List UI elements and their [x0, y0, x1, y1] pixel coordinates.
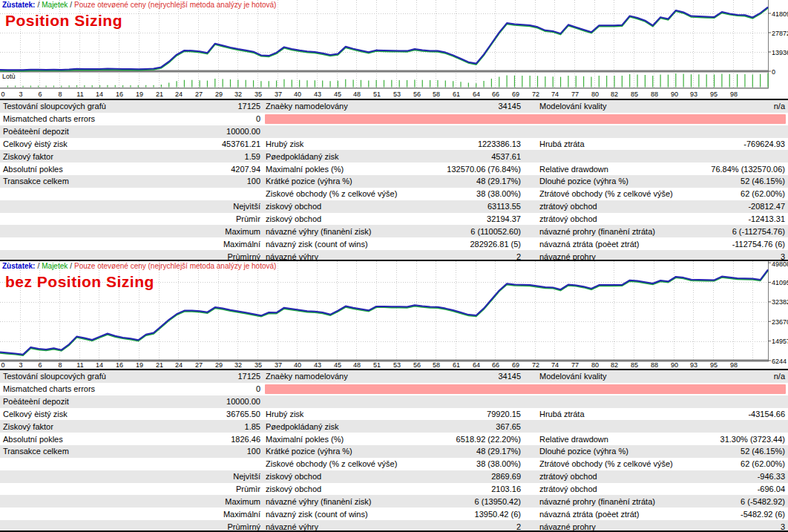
svg-text:16: 16 — [116, 91, 123, 98]
stat-value: 31.30% (3723.44) — [710, 435, 788, 444]
stat-label: Hrubý zisk — [260, 410, 436, 418]
svg-text:32: 32 — [234, 91, 242, 98]
svg-text:74: 74 — [551, 91, 559, 98]
svg-text:16: 16 — [116, 361, 123, 369]
lots-axis-label: Lotù — [2, 73, 16, 80]
svg-text:8: 8 — [58, 91, 62, 98]
section-title: bez Position Sizing — [5, 273, 154, 291]
stat-label: návazná ztráta (poèet ztrát) — [521, 240, 710, 249]
stat-value: 62 (62.00%) — [710, 189, 788, 198]
legend-model-note: Pouze otevøené ceny (nejrychlejší metoda… — [74, 262, 276, 270]
stat-label: Ziskové obchody (% z celkové výše) — [260, 459, 436, 468]
stat-label: návazné prohry — [521, 252, 710, 261]
table-row: Maximálnínávazný zisk (count of wins)282… — [0, 237, 788, 250]
stat-label: ziskový obchod — [260, 485, 436, 493]
svg-text:40: 40 — [294, 361, 301, 369]
stat-value: 6518.92 (22.20%) — [436, 435, 521, 444]
legend-separator-icon: / — [68, 1, 74, 9]
table-row: Transakce celkem100Krátké pozice (výhra … — [0, 175, 788, 188]
stat-label: ztrátový obchod — [521, 472, 710, 481]
svg-text:69: 69 — [512, 361, 519, 369]
svg-text:48: 48 — [353, 361, 361, 369]
stat-label: Transakce celkem — [0, 447, 175, 456]
svg-text:418094: 418094 — [772, 10, 788, 18]
stat-value: 76.84% (132570.06) — [710, 165, 788, 174]
table-row: Mismatched charts errors0 — [0, 113, 788, 125]
stat-label: Testování sloupcových grafù — [0, 372, 175, 381]
stat-label: návazné prohry — [521, 522, 710, 531]
svg-text:85: 85 — [631, 91, 638, 98]
table-row: Ziskový faktor1.85Pøedpokládaný zisk367.… — [0, 420, 788, 433]
stat-label: návazné prohry (finanèní ztráta) — [521, 227, 710, 236]
stat-value: 2869.69 — [436, 472, 521, 481]
svg-text:0: 0 — [1, 361, 4, 369]
svg-text:14: 14 — [96, 91, 103, 98]
stat-label: Modelování kvality — [521, 372, 710, 381]
stat-label: Znaèky namodelovány — [260, 102, 436, 111]
stat-label: Mismatched charts errors — [0, 114, 175, 123]
svg-text:21: 21 — [156, 361, 163, 369]
stat-label: návazné výhry (finanèní zisk) — [260, 497, 436, 506]
svg-text:51: 51 — [373, 361, 381, 369]
stat-value: 6 (-112754.76) — [710, 227, 788, 236]
svg-text:40: 40 — [294, 91, 301, 98]
table-row: Prùmìrnýnávazné výhry2návazné prohry3 — [0, 520, 788, 532]
stat-value: 282926.81 (5) — [436, 240, 521, 249]
stat-value: 1826.46 — [175, 435, 260, 444]
stat-value: Nejvìtší — [175, 472, 260, 481]
stat-value: 2 — [436, 522, 521, 531]
stat-value: 100 — [175, 177, 260, 185]
svg-text:74: 74 — [551, 361, 559, 369]
stat-label: Hrubá ztráta — [521, 410, 710, 418]
stat-value: 79920.15 — [436, 410, 521, 418]
table-row: Poèáteèní depozit10000.00 — [0, 125, 788, 138]
stat-value: 10000.00 — [175, 127, 260, 136]
table-row: Poèáteèní depozit10000.00 — [0, 395, 788, 408]
stat-value: Prùmìr — [175, 214, 260, 223]
svg-text:66: 66 — [492, 91, 499, 98]
y-axis-labels: 49808410953238223670149576244 — [768, 261, 788, 365]
stat-value: 13950.42 (6) — [436, 510, 521, 519]
stat-value: Maximální — [175, 510, 260, 519]
stat-label: Testování sloupcových grafù — [0, 102, 175, 111]
legend-equity-label: Majetek — [42, 262, 68, 270]
table-row: Ziskové obchody (% z celkové výše)38 (38… — [0, 458, 788, 470]
table-row: Mismatched charts errors0 — [0, 383, 788, 395]
svg-text:37: 37 — [275, 361, 282, 369]
stat-value: -696.04 — [710, 485, 788, 493]
svg-text:98: 98 — [730, 361, 738, 369]
stat-label: Modelování kvality — [521, 102, 710, 111]
report-section-bez-position-sizing: 4980841095323822367014957624403681114161… — [0, 261, 788, 369]
stat-value: 0 — [175, 384, 260, 393]
equity-chart-position-sizing: 4180942787291393650036811141619212427293… — [0, 0, 788, 99]
stat-label: Krátké pozice (výhra %) — [260, 447, 436, 456]
svg-text:11: 11 — [76, 361, 83, 369]
stat-value: 6 (-5482.92) — [710, 497, 788, 506]
stat-value: 3 — [710, 252, 788, 261]
stat-value: 2 — [436, 252, 521, 261]
stat-label: Absolutní pokles — [0, 165, 175, 174]
svg-text:27: 27 — [195, 91, 203, 98]
stat-label: Relative drawdown — [521, 435, 710, 444]
table-row: Maximumnávazné výhry (finanèní zisk)6 (1… — [0, 495, 788, 508]
stat-value: 32194.37 — [436, 214, 521, 223]
stat-label: Ztrátové obchody (% z celkové výše) — [521, 459, 710, 468]
svg-text:139365: 139365 — [772, 49, 788, 56]
stat-label: ztrátový obchod — [521, 202, 710, 211]
stat-label: Dlouhé pozice (výhra %) — [521, 177, 710, 185]
stat-value: 62 (62.00%) — [710, 459, 788, 468]
stat-value: -20812.47 — [710, 202, 788, 211]
svg-text:278729: 278729 — [772, 30, 788, 37]
chart-legend: Zùstatek:/Majetek/Pouze otevøené ceny (n… — [2, 262, 276, 270]
stat-value: 367.65 — [436, 422, 521, 431]
stat-label: Ztrátové obchody (% z celkové výše) — [521, 189, 710, 198]
stat-value: Maximum — [175, 497, 260, 506]
svg-text:56: 56 — [413, 91, 421, 98]
stat-label: ziskový obchod — [260, 214, 436, 223]
table-row: Absolutní pokles4207.94Maximalní pokles … — [0, 162, 788, 175]
svg-text:53: 53 — [393, 91, 401, 98]
svg-text:14: 14 — [96, 361, 103, 369]
svg-text:93: 93 — [690, 91, 697, 98]
svg-text:82: 82 — [611, 361, 618, 369]
stat-label: Poèáteèní depozit — [0, 397, 175, 406]
